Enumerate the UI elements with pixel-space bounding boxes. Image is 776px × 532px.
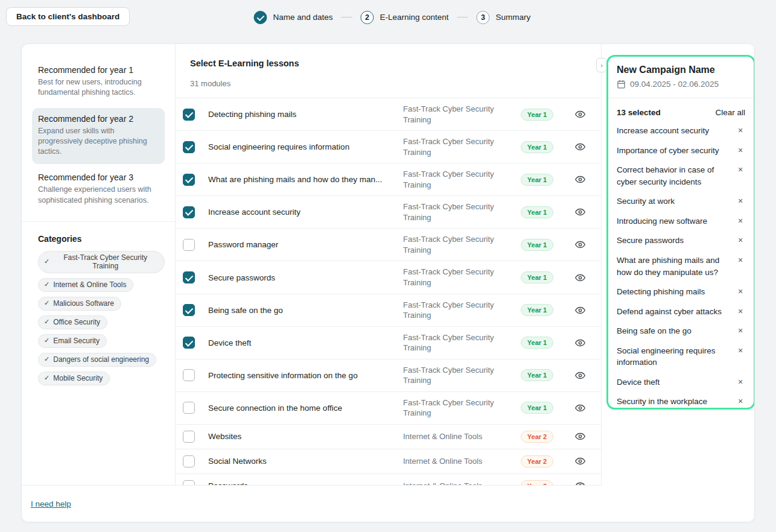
category-chip-label: Office Security — [53, 318, 100, 326]
recommendation-option[interactable]: Recommended for year 3 Challenge experie… — [32, 166, 165, 213]
eye-icon — [575, 370, 585, 381]
year-badge: Year 1 — [521, 402, 553, 414]
lesson-category: Fast-Track Cyber Security Training — [403, 330, 504, 356]
step-label: Summary — [496, 13, 531, 22]
selected-item: Social engineering requires information … — [617, 345, 745, 369]
recommendation-description: Challenge experienced users with sophist… — [38, 185, 159, 206]
lesson-category: Fast-Track Cyber Security Training — [403, 101, 504, 127]
remove-item-button[interactable]: × — [736, 145, 745, 156]
lesson-row[interactable]: Websites Internet & Online Tools Year 2 — [176, 425, 601, 449]
preview-lesson-button[interactable] — [570, 305, 590, 315]
recommendation-option[interactable]: Recommended for year 2 Expand user skill… — [32, 108, 165, 165]
step-name-and-dates[interactable]: Name and dates — [253, 11, 332, 24]
lesson-checkbox[interactable] — [183, 271, 195, 283]
preview-lesson-button[interactable] — [570, 338, 590, 348]
eye-icon — [575, 431, 585, 442]
lesson-checkbox[interactable] — [183, 431, 195, 443]
category-chip[interactable]: ✓ Mobile Security — [38, 372, 110, 385]
eye-icon — [575, 174, 585, 185]
selected-count: 13 selected — [617, 108, 661, 117]
lesson-checkbox[interactable] — [183, 337, 195, 349]
lesson-row[interactable]: Protecting sensitive information on the … — [176, 359, 601, 392]
selected-item-label: Security in the workplace — [617, 396, 736, 408]
remove-item-button[interactable]: × — [736, 376, 745, 388]
remove-item-button[interactable]: × — [736, 164, 745, 176]
selected-item: Detecting phishing mails × — [617, 286, 745, 298]
lessons-list[interactable]: Detecting phishing mails Fast-Track Cybe… — [176, 98, 601, 485]
lesson-row[interactable]: Password manager Fast-Track Cyber Securi… — [176, 229, 601, 261]
year-badge-cell: Year 1 — [504, 174, 570, 186]
category-chip[interactable]: ✓ Email Security — [38, 334, 107, 348]
remove-item-button[interactable]: × — [736, 195, 745, 207]
remove-item-button[interactable]: × — [736, 215, 745, 227]
step-summary[interactable]: 3 Summary — [477, 11, 531, 24]
lesson-row[interactable]: Detecting phishing mails Fast-Track Cybe… — [176, 98, 601, 131]
preview-lesson-button[interactable] — [570, 273, 590, 283]
category-chip[interactable]: ✓ Office Security — [38, 315, 107, 329]
campaign-name: New Campaign Name — [617, 65, 745, 75]
preview-lesson-button[interactable] — [570, 109, 590, 119]
lesson-row[interactable]: Secure connection in the home office Fas… — [176, 392, 601, 425]
selected-item-label: Security at work — [617, 195, 736, 207]
preview-lesson-button[interactable] — [570, 239, 590, 250]
year-badge-cell: Year 2 — [504, 455, 570, 467]
preview-lesson-button[interactable] — [570, 431, 590, 442]
lesson-checkbox[interactable] — [183, 480, 195, 485]
remove-item-button[interactable]: × — [736, 306, 745, 317]
preview-lesson-button[interactable] — [570, 207, 590, 217]
category-chip[interactable]: ✓ Internet & Online Tools — [38, 278, 133, 292]
recommendation-option[interactable]: Recommended for year 1 Best for new user… — [32, 59, 165, 106]
check-icon: ✓ — [44, 318, 49, 326]
preview-lesson-button[interactable] — [570, 174, 590, 185]
remove-item-button[interactable]: × — [736, 325, 745, 337]
step-connector — [457, 17, 468, 17]
remove-item-button[interactable]: × — [736, 125, 745, 136]
lesson-row[interactable]: What are phishing mails and how do they … — [176, 163, 601, 196]
preview-lesson-button[interactable] — [570, 370, 590, 381]
preview-lesson-button[interactable] — [570, 403, 590, 413]
lesson-row[interactable]: Secure passwords Fast-Track Cyber Securi… — [176, 261, 601, 294]
selected-item: What are phishing mails and how do they … — [617, 255, 745, 278]
clear-all-button[interactable]: Clear all — [715, 108, 745, 117]
year-badge-cell: Year 2 — [504, 480, 570, 485]
eye-icon — [575, 338, 585, 348]
lesson-category: Fast-Track Cyber Security Training — [403, 297, 504, 323]
lesson-checkbox[interactable] — [183, 174, 195, 186]
recommendation-title: Recommended for year 3 — [38, 173, 159, 182]
remove-item-button[interactable]: × — [736, 396, 745, 407]
preview-lesson-button[interactable] — [570, 142, 590, 152]
back-to-dashboard-button[interactable]: Back to client's dashboard — [6, 7, 130, 26]
year-badge-cell: Year 1 — [504, 402, 570, 414]
year-badge: Year 1 — [521, 337, 553, 349]
lesson-row[interactable]: Social engineering requires information … — [176, 131, 601, 163]
lesson-checkbox[interactable] — [183, 402, 195, 414]
category-chip[interactable]: ✓ Malicious Software — [38, 297, 121, 311]
year-badge: Year 1 — [521, 174, 553, 186]
remove-item-button[interactable]: × — [736, 235, 745, 246]
category-chip[interactable]: ✓ Fast-Track Cyber Security Training — [38, 251, 165, 273]
remove-item-button[interactable]: × — [736, 286, 745, 297]
category-chip[interactable]: ✓ Dangers of social engineering — [38, 353, 156, 367]
collapse-panel-button[interactable]: › — [596, 58, 607, 72]
check-icon: ✓ — [44, 355, 49, 363]
help-link[interactable]: I need help — [31, 499, 71, 508]
lesson-row[interactable]: Social Networks Internet & Online Tools … — [176, 449, 601, 474]
recommendations-sidebar: Recommended for year 1 Best for new user… — [22, 44, 175, 485]
lesson-checkbox[interactable] — [183, 206, 195, 218]
remove-item-button[interactable]: × — [736, 345, 745, 356]
lesson-row[interactable]: Increase account security Fast-Track Cyb… — [176, 196, 601, 229]
lesson-row[interactable]: Device theft Fast-Track Cyber Security T… — [176, 327, 601, 359]
step-elearning-content[interactable]: 2 E-Learning content — [360, 11, 448, 24]
lesson-row[interactable]: Being safe on the go Fast-Track Cyber Se… — [176, 294, 601, 327]
preview-lesson-button[interactable] — [570, 456, 590, 466]
lesson-checkbox[interactable] — [183, 304, 195, 316]
remove-item-button[interactable]: × — [736, 255, 745, 266]
calendar-icon — [617, 80, 626, 89]
lesson-row[interactable]: Passwords Internet & Online Tools Year 2 — [176, 474, 601, 485]
check-icon: ✓ — [44, 299, 49, 307]
lesson-checkbox[interactable] — [183, 455, 195, 467]
lesson-checkbox[interactable] — [183, 141, 195, 153]
lesson-checkbox[interactable] — [183, 239, 195, 251]
lesson-checkbox[interactable] — [183, 109, 195, 121]
lesson-checkbox[interactable] — [183, 369, 195, 381]
